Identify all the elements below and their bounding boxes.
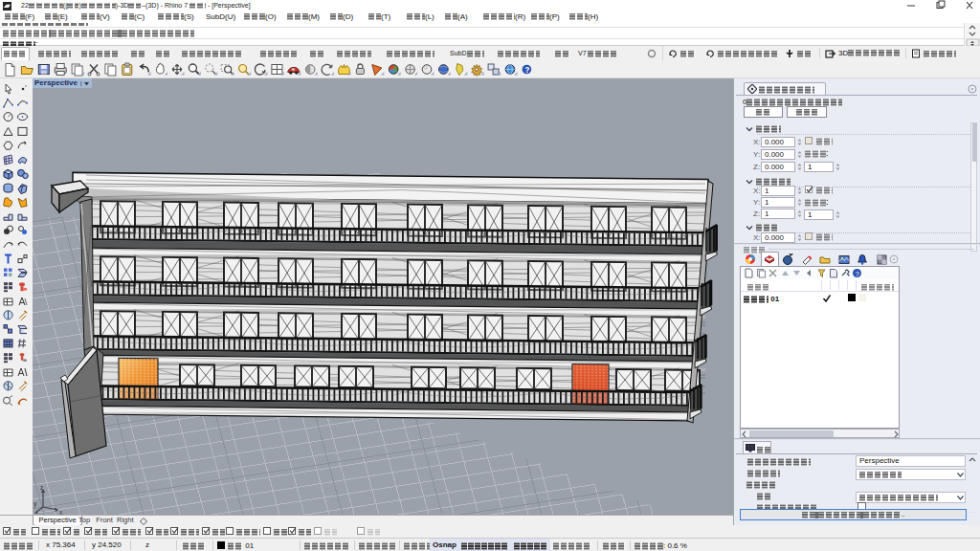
svg-text:?: ? <box>856 270 860 278</box>
svg-text:y: y <box>33 500 37 508</box>
svg-text:z: z <box>40 485 43 491</box>
svg-text:?: ? <box>524 65 529 75</box>
